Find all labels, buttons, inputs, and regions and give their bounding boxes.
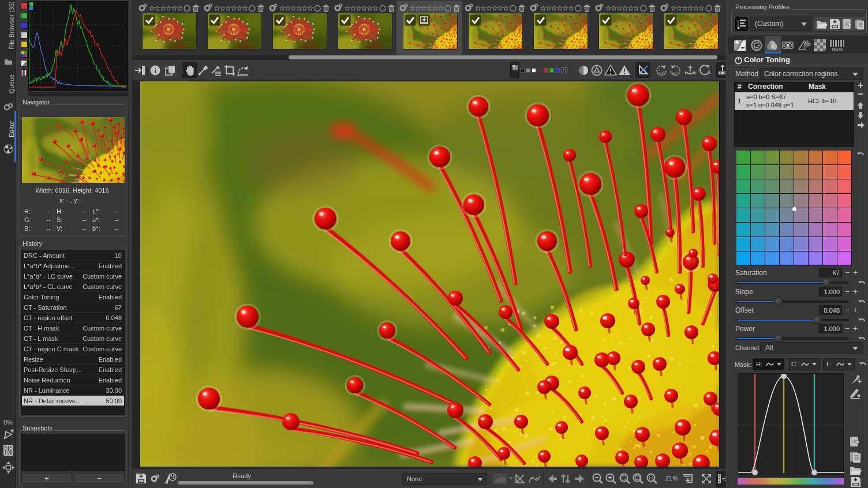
svg-text:i: i (154, 66, 156, 75)
svg-text:90°: 90° (672, 72, 678, 76)
svg-text:META: META (832, 47, 843, 51)
svg-text:1:1: 1:1 (648, 476, 653, 480)
svg-text:90°: 90° (659, 72, 664, 76)
svg-text:L: L (565, 69, 567, 73)
